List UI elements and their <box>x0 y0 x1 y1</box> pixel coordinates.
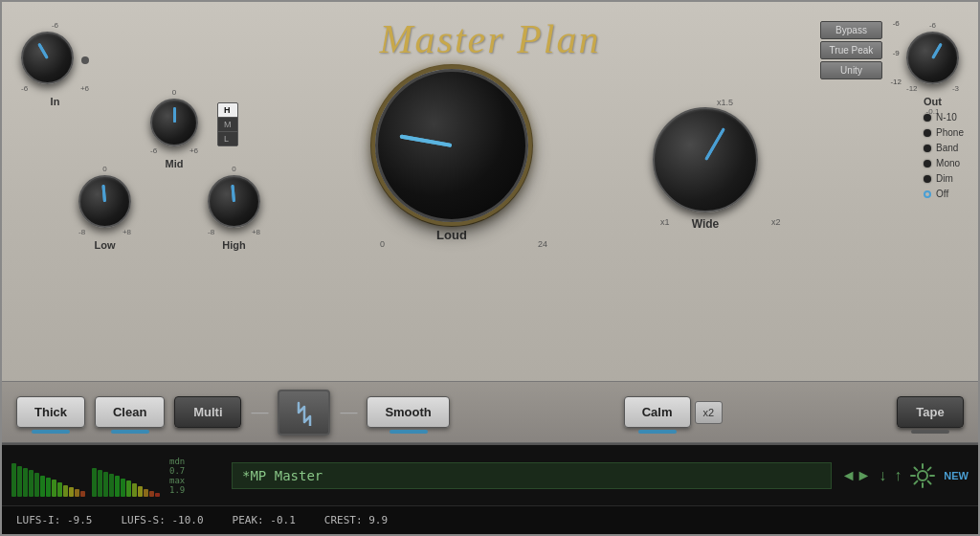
wide-knob[interactable] <box>653 107 758 212</box>
vu-bar-r7 <box>126 480 131 497</box>
peak-label: PEAK: <box>233 514 264 526</box>
low-knob-container: 0 -8 +8 Low <box>78 165 131 251</box>
stats-mini: mdn 0.7 max 1.9 <box>169 457 222 495</box>
settings-icon[interactable] <box>909 462 936 489</box>
logo-button[interactable] <box>278 390 330 436</box>
in-label: In <box>51 96 60 107</box>
monitor-section: N-10 Phone Band Mono Dim Off <box>924 112 964 199</box>
high-label: High <box>222 239 245 251</box>
lufs-i-display: LUFS-I: -9.5 <box>16 514 92 526</box>
low-knob[interactable] <box>78 175 131 228</box>
hml-h-button[interactable]: H <box>218 103 237 118</box>
display-main: mdn 0.7 max 1.9 *MP Master ◄► ↓ ↑ NEW <box>2 445 978 505</box>
unity-button[interactable]: Unity <box>820 61 882 79</box>
hml-l-button[interactable]: L <box>218 132 237 145</box>
calm-group: Calm x2 <box>624 396 724 428</box>
out-knob[interactable] <box>906 32 959 84</box>
up-preset-button[interactable]: ↑ <box>894 467 902 484</box>
low-label: Low <box>95 239 116 251</box>
loud-label: Loud <box>436 228 467 242</box>
vu-bar-r11 <box>149 491 154 497</box>
in-led <box>81 56 89 64</box>
tape-button[interactable]: Tape <box>897 396 964 428</box>
vu-bar-13 <box>80 491 85 497</box>
vu-bar-6 <box>40 476 45 497</box>
vu-bar-2 <box>17 466 22 497</box>
max-label: max <box>169 476 185 485</box>
prev-preset-button[interactable]: ◄► <box>841 467 872 484</box>
in-scale: -6 +6 <box>21 84 89 93</box>
vu-bar-r12 <box>155 493 160 497</box>
tape-btn-wrapper: Tape <box>897 396 964 428</box>
monitor-phone[interactable]: Phone <box>924 127 964 138</box>
vu-bar-7 <box>46 478 51 497</box>
vu-bar-r9 <box>138 486 143 497</box>
down-preset-button[interactable]: ↓ <box>879 467 886 484</box>
x2-button[interactable]: x2 <box>695 401 724 424</box>
vu-bar-10 <box>63 485 68 497</box>
vu-bar-9 <box>57 482 62 497</box>
vu-bar-5 <box>34 473 39 497</box>
new-button[interactable]: NEW <box>944 470 969 481</box>
wide-knob-container: Wide <box>653 107 758 231</box>
crest-display: CREST: 9.9 <box>324 514 388 526</box>
calm-btn-wrapper: Calm <box>624 396 691 428</box>
monitor-mono[interactable]: Mono <box>924 158 964 168</box>
thick-btn-wrapper: Thick <box>16 396 85 428</box>
bottom-display: mdn 0.7 max 1.9 *MP Master ◄► ↓ ↑ NEW <box>2 443 978 534</box>
hml-m-button[interactable]: M <box>218 118 237 132</box>
monitor-dim[interactable]: Dim <box>924 173 964 184</box>
bypass-button[interactable]: Bypass <box>820 21 882 39</box>
vu-bar-r10 <box>144 489 148 497</box>
display-controls: ◄► ↓ ↑ NEW <box>841 462 969 489</box>
mdn-label: mdn <box>169 457 185 466</box>
hml-selector: H M L <box>217 102 238 146</box>
calm-button[interactable]: Calm <box>624 396 691 428</box>
truepeak-button[interactable]: True Peak <box>820 41 882 59</box>
vu-bar-r1 <box>92 468 97 497</box>
top-section: Master Plan -6 -6 +6 In Bypass True Peak… <box>2 2 978 381</box>
vu-bar-r6 <box>121 479 125 497</box>
lufs-s-label: LUFS-S: <box>121 514 165 526</box>
wide-scale-x2: x2 <box>771 217 781 227</box>
tape-led <box>911 430 949 434</box>
smooth-button[interactable]: Smooth <box>367 396 449 428</box>
monitor-dim-dot <box>924 175 931 183</box>
loud-knob-container: Loud <box>375 69 528 242</box>
lufs-s-value: -10.0 <box>171 514 203 526</box>
high-knob[interactable] <box>208 175 260 228</box>
vu-bar-r2 <box>98 470 102 497</box>
monitor-band[interactable]: Band <box>924 143 964 153</box>
monitor-n10-dot <box>924 114 931 122</box>
clean-btn-wrapper: Clean <box>95 396 165 428</box>
monitor-band-dot <box>924 145 931 152</box>
monitor-phone-dot <box>924 129 931 137</box>
lufs-i-label: LUFS-I: <box>16 514 60 526</box>
in-knob[interactable] <box>21 32 74 84</box>
vu-bar-r5 <box>115 476 120 497</box>
out-scale: -6 -9 -12 <box>890 19 902 86</box>
monitor-off[interactable]: Off <box>924 189 964 199</box>
fx-buttons-row: Thick Clean Multi — — Smooth Calm x2 <box>2 381 978 443</box>
smooth-led <box>390 430 428 434</box>
thick-button[interactable]: Thick <box>16 396 85 428</box>
in-scale-top: -6 <box>52 21 58 30</box>
mid-label: Mid <box>166 158 184 169</box>
vu-bar-r4 <box>109 474 114 497</box>
monitor-off-dot <box>924 190 931 198</box>
crest-label: CREST: <box>324 514 363 526</box>
preset-display: *MP Master <box>232 462 832 489</box>
smooth-btn-wrapper: Smooth <box>367 396 449 428</box>
peak-value: -0.1 <box>270 514 296 526</box>
monitor-n10[interactable]: N-10 <box>924 112 964 123</box>
lufs-i-value: -9.5 <box>67 514 93 526</box>
thick-led <box>32 430 70 434</box>
multi-button[interactable]: Multi <box>174 396 241 428</box>
mid-knob[interactable] <box>150 99 198 146</box>
loud-knob[interactable] <box>375 69 528 222</box>
vu-bar-11 <box>69 487 74 497</box>
out-label: Out <box>924 96 942 107</box>
svg-point-0 <box>918 471 927 480</box>
clean-button[interactable]: Clean <box>95 396 165 428</box>
separator: — <box>251 402 268 422</box>
